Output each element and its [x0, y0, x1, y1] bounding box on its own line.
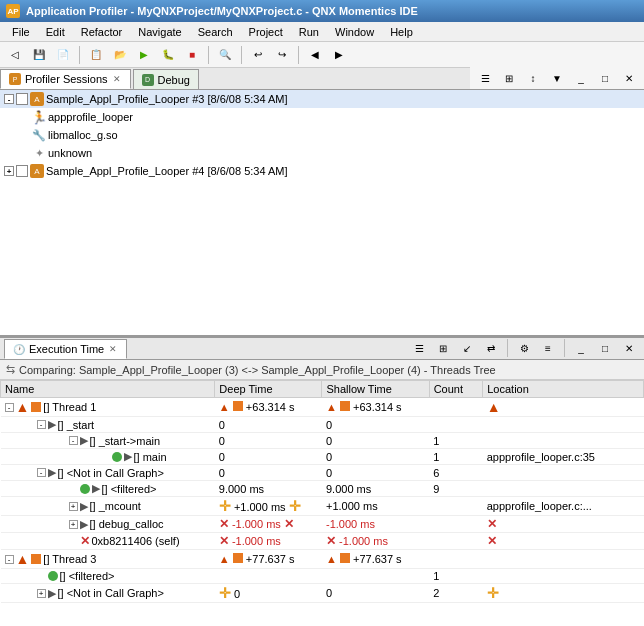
notincallgraph2-expand-btn[interactable]: + — [37, 589, 46, 598]
table-row[interactable]: + ▶ [] <Not in Call Graph> ✛ 0 0 2 — [1, 584, 644, 603]
thread1-deeptime-arrow-up: ▲ — [219, 401, 230, 413]
toolbar-new-btn[interactable]: 📋 — [85, 44, 107, 66]
session3-expand-btn[interactable]: - — [4, 94, 14, 104]
tab-execution-time[interactable]: 🕐 Execution Time ✕ — [4, 339, 127, 359]
toolbar-redo-btn[interactable]: ↪ — [271, 44, 293, 66]
bottom-panel-min-btn[interactable]: _ — [570, 338, 592, 359]
toolbar-stop-btn[interactable]: ■ — [181, 44, 203, 66]
top-panel-min-btn[interactable]: _ — [570, 67, 592, 89]
menu-run[interactable]: Run — [291, 24, 327, 40]
menu-project[interactable]: Project — [241, 24, 291, 40]
thread1-expand-btn[interactable]: - — [5, 403, 14, 412]
close-execution-time-btn[interactable]: ✕ — [108, 344, 118, 354]
top-toolbar-btn1[interactable]: ☰ — [474, 67, 496, 89]
lib-icon: 🔧 — [32, 128, 46, 142]
bottom-toolbar-btn2[interactable]: ⊞ — [432, 338, 454, 359]
debugcalloc-expand-btn[interactable]: + — [69, 520, 78, 529]
0xb8-deeptime: ✕ -1.000 ms — [215, 533, 322, 550]
tab-profiler-sessions-label: Profiler Sessions — [25, 73, 108, 85]
notincallgraph2-count: 2 — [429, 584, 483, 603]
session3-item[interactable]: - A Sample_Appl_Profile_Looper #3 [8/6/0… — [0, 90, 644, 108]
main-green-dot — [112, 452, 122, 462]
toolbar-search-btn[interactable]: 🔍 — [214, 44, 236, 66]
session3-checkbox[interactable] — [16, 93, 28, 105]
toolbar-next-btn[interactable]: ▶ — [328, 44, 350, 66]
table-row[interactable]: + ▶ [] debug_calloc ✕ -1.000 ms ✕ -1.000… — [1, 516, 644, 533]
menu-edit[interactable]: Edit — [38, 24, 73, 40]
table-row[interactable]: - ▲ [] Thread 3 ▲ +77.637 s — [1, 550, 644, 569]
session4-label: Sample_Appl_Profile_Looper #4 [8/6/08 5:… — [46, 165, 288, 177]
tab-profiler-sessions[interactable]: P Profiler Sessions ✕ — [0, 69, 131, 89]
menu-file[interactable]: File — [4, 24, 38, 40]
toolbar-sep-3 — [241, 46, 242, 64]
notincallgraph2-shallowtime: 0 — [322, 584, 429, 603]
filtered2-count: 1 — [429, 569, 483, 584]
0xb8-location: ✕ — [483, 533, 644, 550]
toolbar-undo-btn[interactable]: ↩ — [247, 44, 269, 66]
session4-item[interactable]: + A Sample_Appl_Profile_Looper #4 [8/6/0… — [0, 162, 644, 180]
debugcalloc-count — [429, 516, 483, 533]
menu-window[interactable]: Window — [327, 24, 382, 40]
session4-checkbox[interactable] — [16, 165, 28, 177]
thread3-orange-sq3 — [340, 553, 350, 563]
close-profiler-sessions-btn[interactable]: ✕ — [112, 74, 122, 84]
table-row[interactable]: + ▶ [] _mcount ✛ +1.000 ms ✛ +1.000 ms — [1, 497, 644, 516]
bottom-toolbar-btn4[interactable]: ⇄ — [480, 338, 502, 359]
menu-search[interactable]: Search — [190, 24, 241, 40]
bottom-toolbar-sep2 — [564, 339, 565, 357]
main-count: 1 — [429, 449, 483, 465]
tab-debug[interactable]: D Debug — [133, 69, 199, 89]
top-toolbar-btn4[interactable]: ▼ — [546, 67, 568, 89]
notincallgraph-expand-btn[interactable]: - — [37, 468, 46, 477]
_start-expand-btn[interactable]: - — [37, 420, 46, 429]
toolbar-save-btn[interactable]: 💾 — [28, 44, 50, 66]
compare-icon: ⇆ — [6, 363, 15, 376]
toolbar-file-btn[interactable]: 📄 — [52, 44, 74, 66]
_startmain-expand-btn[interactable]: - — [69, 436, 78, 445]
debugcalloc-x-icon2: ✕ — [284, 517, 294, 531]
main-arrow-right: ▶ — [124, 450, 132, 463]
main-label: [] main — [134, 451, 167, 463]
table-row[interactable]: ▶ [] <filtered> 9.000 ms 9.000 ms 9 — [1, 481, 644, 497]
menu-navigate[interactable]: Navigate — [130, 24, 189, 40]
table-row[interactable]: ✕ 0xb8211406 (self) ✕ -1.000 ms ✕ -1.000… — [1, 533, 644, 550]
toolbar-back-btn[interactable]: ◁ — [4, 44, 26, 66]
session4-expand-btn[interactable]: + — [4, 166, 14, 176]
unknown-item[interactable]: ✦ unknown — [0, 144, 644, 162]
table-row[interactable]: ▶ [] main 0 0 1 appprofile_looper.c:35 — [1, 449, 644, 465]
top-panel-content: - A Sample_Appl_Profile_Looper #3 [8/6/0… — [0, 90, 644, 335]
bottom-toolbar-btn5[interactable]: ⚙ — [513, 338, 535, 359]
toolbar-bug-btn[interactable]: 🐛 — [157, 44, 179, 66]
menu-refactor[interactable]: Refactor — [73, 24, 131, 40]
session3-label: Sample_Appl_Profile_Looper #3 [8/6/08 5:… — [46, 93, 288, 105]
top-panel-close-btn[interactable]: ✕ — [618, 67, 640, 89]
filtered2-green-dot — [48, 571, 58, 581]
notincallgraph-arrow-right: ▶ — [48, 466, 56, 479]
thread3-expand-btn[interactable]: - — [5, 555, 14, 564]
bottom-toolbar-btn6[interactable]: ≡ — [537, 338, 559, 359]
table-row[interactable]: - ▶ [] _start 0 0 — [1, 417, 644, 433]
bottom-panel-close-btn[interactable]: ✕ — [618, 338, 640, 359]
top-toolbar-btn2[interactable]: ⊞ — [498, 67, 520, 89]
toolbar-open-btn[interactable]: 📂 — [109, 44, 131, 66]
thread1-shallowtime: ▲ +63.314 s — [322, 398, 429, 417]
libmalloc-item[interactable]: 🔧 libmalloc_g.so — [0, 126, 644, 144]
table-row[interactable]: - ▶ [] <Not in Call Graph> 0 0 6 — [1, 465, 644, 481]
bottom-toolbar-btn1[interactable]: ☰ — [408, 338, 430, 359]
_mcount-expand-btn[interactable]: + — [69, 502, 78, 511]
_mcount-shallowtime: +1.000 ms — [322, 497, 429, 516]
toolbar-run-btn[interactable]: ▶ — [133, 44, 155, 66]
top-panel-max-btn[interactable]: □ — [594, 67, 616, 89]
thread1-deeptime: ▲ +63.314 s — [215, 398, 322, 417]
notincallgraph2-location: ✛ — [483, 584, 644, 603]
appprofile-looper-item[interactable]: 🏃 appprofile_looper — [0, 108, 644, 126]
table-row[interactable]: [] <filtered> 1 — [1, 569, 644, 584]
menu-help[interactable]: Help — [382, 24, 421, 40]
table-row[interactable]: - ▶ [] _start->main 0 0 1 — [1, 433, 644, 449]
table-row[interactable]: - ▲ [] Thread 1 ▲ +63.314 s — [1, 398, 644, 417]
toolbar-prev-btn[interactable]: ◀ — [304, 44, 326, 66]
top-toolbar-btn3[interactable]: ↕ — [522, 67, 544, 89]
bottom-panel-max-btn[interactable]: □ — [594, 338, 616, 359]
bottom-toolbar-btn3[interactable]: ↙ — [456, 338, 478, 359]
_start-deeptime: 0 — [215, 417, 322, 433]
